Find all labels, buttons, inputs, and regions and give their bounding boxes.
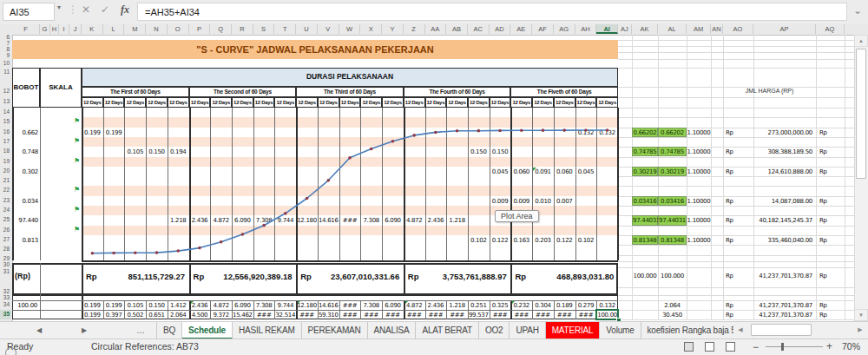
cell-O34[interactable]: 1.412 [168, 302, 189, 309]
cell-al34[interactable]: 2.064 [658, 302, 687, 309]
cell-Q34[interactable]: 4.872 [210, 302, 232, 309]
bobot-value-r18[interactable]: 0.748 [14, 148, 38, 155]
sheet-tab-alat-berat[interactable]: ALAT BERAT [416, 322, 478, 339]
cell-L34[interactable]: 0.199 [103, 302, 125, 309]
cell-AF35[interactable]: ### [532, 312, 554, 319]
column-header-AM[interactable]: AM [687, 24, 711, 34]
sheet-tab-analisa[interactable]: ANALISA [368, 322, 417, 339]
cell-N35[interactable]: 0.651 [146, 312, 168, 319]
koef-cell-am23[interactable]: 1.10000 [687, 198, 711, 205]
hscroll-left-icon[interactable]: ◀ [733, 322, 747, 338]
rp-label-aq20[interactable]: Rp [819, 168, 837, 175]
koef-cell-am18[interactable]: 1.10000 [687, 148, 711, 155]
cell-P35[interactable]: 4.500 [189, 312, 211, 319]
formula-input[interactable]: =AH35+AI34 [137, 3, 847, 21]
cell-V34[interactable]: 14.616 [318, 302, 339, 309]
cell-U35[interactable]: ### [296, 312, 318, 319]
rp-label-ao23[interactable]: Rp [726, 198, 743, 205]
cell-X34[interactable]: 7.308 [360, 302, 382, 309]
cell-O35[interactable]: 2.064 [168, 312, 189, 319]
zoom-slider-thumb[interactable] [781, 343, 784, 351]
cell-AE35[interactable]: ### [510, 312, 532, 319]
rp-label-ao20[interactable]: Rp [726, 168, 743, 175]
column-header-AC[interactable]: AC [468, 24, 490, 34]
cell-AE34[interactable]: 0.232 [510, 302, 532, 309]
column-header-P[interactable]: P [189, 24, 211, 34]
cell-S34[interactable]: 7.308 [253, 302, 275, 309]
cell-L35[interactable]: 0.397 [103, 312, 125, 319]
cell-AG35[interactable]: ### [554, 312, 575, 319]
cell-AH35[interactable]: ### [575, 312, 597, 319]
cell-al35[interactable]: 30.450 [658, 312, 687, 319]
bobot-value-r25[interactable]: 97.440 [14, 217, 38, 224]
cell-Z35[interactable]: ### [404, 312, 425, 319]
sheet-tab-bq[interactable]: BQ [156, 322, 182, 339]
cell-R35[interactable]: 15.462 [232, 312, 253, 319]
pct-cell-al25[interactable]: 97.44031 [658, 215, 687, 225]
cell-W34[interactable]: ### [339, 302, 361, 309]
rp-label-aq31[interactable]: Rp [819, 273, 837, 279]
vertical-scrollbar-thumb[interactable] [856, 49, 866, 179]
column-header-AL[interactable]: AL [658, 24, 687, 34]
cell-AI34[interactable]: 0.132 [596, 302, 618, 309]
total-ap35[interactable]: 41,237,701,370.87 [753, 312, 812, 319]
tabs-more-button[interactable]: … [132, 322, 149, 339]
rp-label-aq18[interactable]: Rp [819, 148, 837, 155]
rp-label-ao34[interactable]: Rp [726, 302, 743, 309]
cell-V35[interactable]: 59.310 [318, 312, 339, 319]
view-page-layout-icon[interactable] [705, 342, 714, 352]
name-box-dropdown-icon[interactable]: ▾ [57, 3, 61, 11]
column-header-Z[interactable]: Z [404, 24, 425, 34]
cell-M35[interactable]: 0.502 [124, 312, 146, 319]
column-header-L[interactable]: L [103, 24, 125, 34]
row34-label[interactable]: 100.00 [12, 302, 37, 309]
rp-label-ao16[interactable]: Rp [726, 129, 743, 136]
column-header-AN[interactable]: AN [711, 24, 723, 34]
sheet-tab-oo2[interactable]: OO2 [479, 322, 510, 339]
pct-cell-ak25[interactable]: 97.44031 [632, 215, 658, 225]
cell-AG34[interactable]: 0.189 [554, 302, 575, 309]
amount-cell-ap25[interactable]: 40,182,145,245.37 [753, 217, 812, 224]
selected-cell-AI35[interactable] [595, 309, 619, 320]
bobot-value-r16[interactable]: 0.662 [14, 129, 38, 136]
amount-cell-ap20[interactable]: 124,610,888.00 [753, 168, 812, 175]
cell-AC34[interactable]: 0.251 [468, 302, 490, 309]
total-pct-ak31[interactable]: 100.000 [632, 273, 658, 279]
koef-cell-am27[interactable]: 1.10000 [687, 237, 711, 244]
column-header-AG[interactable]: AG [554, 24, 575, 34]
insert-function-icon[interactable]: fx [121, 3, 129, 16]
column-header-AF[interactable]: AF [532, 24, 554, 34]
cell-R34[interactable]: 6.090 [232, 302, 253, 309]
rp-label-ao18[interactable]: Rp [726, 148, 743, 155]
column-header-AD[interactable]: AD [490, 24, 511, 34]
cell-AA35[interactable]: ### [425, 312, 447, 319]
scroll-up-icon[interactable]: ▲ [854, 35, 868, 47]
pct-cell-al16[interactable]: 0.66202 [658, 128, 687, 137]
pct-cell-ak20[interactable]: 0.30219 [632, 167, 658, 176]
column-header-AK[interactable]: AK [632, 24, 658, 34]
sheet-tab-hasil-rekam[interactable]: HASIL REKAM [233, 322, 302, 339]
rp-label-aq34[interactable]: Rp [819, 302, 837, 309]
column-header-J[interactable]: J [69, 24, 82, 34]
pct-cell-ak18[interactable]: 0.74785 [632, 147, 658, 156]
pct-cell-al23[interactable]: 0.03416 [658, 196, 687, 206]
column-header-AB[interactable]: AB [446, 24, 468, 34]
column-header-W[interactable]: W [339, 24, 361, 34]
tabs-scroll-right-icon[interactable]: ▶ [78, 322, 90, 339]
pct-cell-al18[interactable]: 0.74785 [658, 147, 687, 156]
horizontal-scrollbar[interactable]: ◀ ▶ [733, 322, 868, 338]
rp-label-aq27[interactable]: Rp [819, 237, 837, 244]
pct-cell-ak23[interactable]: 0.03416 [632, 196, 658, 206]
rp-label-ao25[interactable]: Rp [726, 217, 743, 224]
cancel-icon[interactable]: ✕ [82, 3, 90, 16]
cell-Z34[interactable]: 4.872 [404, 302, 425, 309]
cell-AF34[interactable]: 0.304 [532, 302, 554, 309]
macro-record-icon[interactable] [5, 347, 16, 355]
pct-cell-ak16[interactable]: 0.66202 [632, 128, 658, 137]
koef-cell-am16[interactable]: 1.10000 [687, 129, 711, 136]
scroll-down-icon[interactable]: ▼ [854, 309, 868, 321]
cell-Q35[interactable]: 9.372 [210, 312, 232, 319]
column-header-V[interactable]: V [318, 24, 339, 34]
enter-icon[interactable]: ✓ [101, 3, 109, 16]
cell-Y35[interactable]: ### [382, 312, 404, 319]
